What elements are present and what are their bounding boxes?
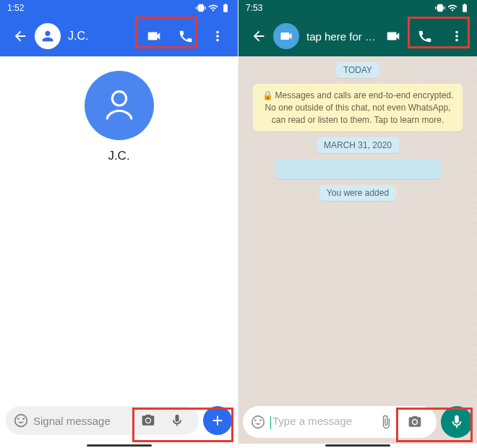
- group-avatar[interactable]: [273, 23, 299, 49]
- status-bar: 1:52: [0, 0, 238, 16]
- avatar-small[interactable]: [35, 23, 61, 49]
- chat-body: TODAY 🔒Messages and calls are end-to-end…: [239, 56, 477, 403]
- system-bubble: [275, 159, 441, 179]
- whatsapp-screen: 7:53 tap here for group info: [239, 0, 477, 448]
- chat-subtitle[interactable]: tap here for group info: [306, 30, 379, 43]
- camera-button[interactable]: [134, 406, 163, 435]
- phone-icon: [417, 28, 433, 44]
- back-button[interactable]: [244, 22, 273, 51]
- encryption-banner[interactable]: 🔒Messages and calls are end-to-end encry…: [253, 84, 463, 132]
- more-vert-icon: [210, 28, 225, 44]
- attach-button[interactable]: [371, 408, 400, 436]
- status-bar: 7:53: [239, 0, 477, 16]
- attachment-icon: [379, 415, 393, 429]
- message-input[interactable]: Type a message: [243, 406, 437, 438]
- mic-send-button[interactable]: [441, 406, 473, 438]
- video-icon: [146, 28, 162, 44]
- vibrate-icon: [196, 3, 206, 13]
- camera-icon: [141, 413, 155, 428]
- nav-bar: [239, 444, 477, 448]
- video-icon: [385, 28, 401, 44]
- person-outline-icon: [98, 85, 140, 126]
- mic-icon: [170, 413, 184, 428]
- date-chip-today: TODAY: [336, 62, 379, 78]
- wifi-icon: [447, 3, 457, 13]
- nav-bar: [0, 444, 238, 448]
- phone-icon: [178, 28, 194, 44]
- person-icon: [40, 28, 56, 44]
- video-icon: [279, 29, 293, 43]
- emoji-icon[interactable]: [250, 414, 266, 430]
- mic-icon: [449, 414, 465, 430]
- text-cursor: [270, 416, 271, 429]
- plus-icon: [210, 413, 225, 428]
- input-bar: Signal message: [0, 403, 238, 444]
- status-icons: [435, 3, 470, 13]
- voice-call-button[interactable]: [171, 22, 200, 51]
- status-icons: [196, 3, 231, 13]
- message-placeholder: Type a message: [270, 415, 371, 428]
- voice-call-button[interactable]: [411, 22, 439, 51]
- back-button[interactable]: [6, 22, 35, 51]
- chat-title[interactable]: J.C.: [68, 30, 139, 43]
- more-vert-icon: [449, 28, 465, 44]
- camera-icon: [408, 415, 422, 429]
- attach-button[interactable]: [203, 406, 232, 435]
- message-input[interactable]: Signal message: [6, 406, 199, 435]
- more-menu-button[interactable]: [203, 22, 232, 51]
- contact-name: J.C.: [108, 149, 129, 163]
- battery-icon: [220, 3, 231, 13]
- video-call-button[interactable]: [379, 22, 408, 51]
- arrow-left-icon: [251, 28, 267, 44]
- mic-button[interactable]: [163, 406, 192, 435]
- app-bar: tap here for group info: [239, 16, 477, 56]
- input-bar: Type a message: [239, 403, 477, 444]
- video-call-button[interactable]: [139, 22, 168, 51]
- vibrate-icon: [435, 3, 445, 13]
- lock-icon: 🔒: [262, 90, 273, 100]
- status-time: 7:53: [246, 3, 262, 13]
- system-chip-added: You were added: [319, 185, 396, 201]
- signal-screen: 1:52 J.C.: [0, 0, 239, 448]
- message-placeholder: Signal message: [33, 415, 134, 427]
- avatar-large[interactable]: [85, 71, 154, 140]
- status-time: 1:52: [7, 3, 24, 13]
- chat-body: J.C.: [0, 56, 238, 403]
- camera-button[interactable]: [400, 408, 429, 436]
- arrow-left-icon: [12, 28, 28, 44]
- battery-icon: [460, 3, 470, 13]
- app-bar: J.C.: [0, 16, 238, 56]
- emoji-icon[interactable]: [13, 413, 29, 428]
- more-menu-button[interactable]: [442, 22, 471, 51]
- wifi-icon: [208, 3, 218, 13]
- date-chip: MARCH 31, 2020: [317, 137, 399, 153]
